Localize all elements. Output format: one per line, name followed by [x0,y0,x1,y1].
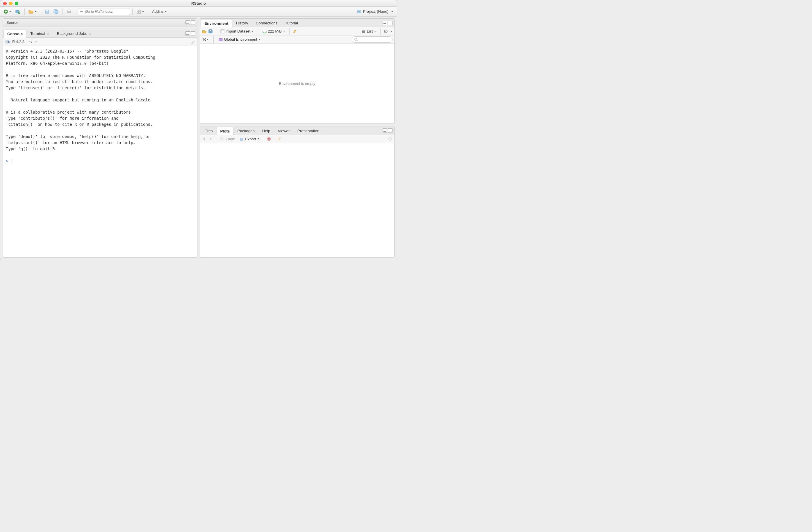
main-toolbar: Addins R Project: (None) [0,7,397,17]
svg-point-23 [221,137,223,139]
plots-maximize-button[interactable] [388,129,392,133]
tab-help[interactable]: Help [259,127,274,135]
console-minimize-button[interactable] [186,31,190,35]
popup-icon[interactable] [34,40,38,44]
r-version: R 4.2.3 [12,40,25,44]
env-maximize-button[interactable] [388,21,392,25]
close-icon[interactable]: × [89,32,91,36]
r-icon: R [5,40,11,44]
load-workspace-icon[interactable] [202,29,206,34]
tab-terminal[interactable]: Terminal× [27,29,53,38]
svg-rect-4 [46,10,48,11]
tab-plots[interactable]: Plots [217,127,234,135]
env-search[interactable] [352,36,392,43]
import-dataset-button[interactable]: Import Dataset [219,28,255,35]
tab-console[interactable]: Console [3,30,27,38]
tab-packages[interactable]: Packages [234,127,259,135]
env-minimize-button[interactable] [382,21,387,25]
open-file-button[interactable] [27,8,38,15]
source-title: Source [5,20,20,25]
import-dataset-label: Import Dataset [226,29,250,33]
source-maximize-button[interactable] [191,20,195,25]
svg-point-22 [355,38,357,40]
tab-background-jobs[interactable]: Background Jobs× [53,29,95,38]
plots-minimize-button[interactable] [382,129,387,133]
tab-viewer[interactable]: Viewer [274,127,294,135]
goto-file-function[interactable] [78,8,130,15]
console-prompt: > [6,159,8,163]
svg-rect-18 [209,30,211,31]
save-workspace-icon[interactable] [208,29,213,34]
close-icon[interactable]: × [47,32,49,36]
new-file-button[interactable] [2,8,13,15]
zoom-button[interactable]: Zoom [219,135,237,142]
tab-files[interactable]: Files [201,127,217,135]
console-output[interactable]: R version 4.2.3 (2023-03-15) -- "Shortst… [3,46,197,257]
console-maximize-button[interactable] [191,31,195,35]
titlebar: RStudio [0,0,397,7]
search-icon [354,38,358,41]
language-picker[interactable]: R [202,36,210,43]
list-view-button[interactable]: List [360,28,377,35]
memory-label: 222 MiB [268,29,282,33]
window-title: RStudio [0,1,397,5]
svg-rect-6 [55,11,58,14]
tab-presentation[interactable]: Presentation [294,127,323,135]
cursor [12,159,12,164]
svg-point-20 [263,30,266,33]
refresh-icon[interactable] [383,29,388,34]
scope-label: Global Environment [224,37,257,42]
clear-plots-icon[interactable] [277,136,282,141]
memory-usage[interactable]: 222 MiB [261,28,286,35]
svg-rect-12 [139,12,141,13]
working-dir: ~/ [29,40,32,44]
save-all-button[interactable] [52,8,60,15]
plot-next-icon[interactable] [208,137,213,141]
clear-console-icon[interactable] [191,40,195,44]
addins-menu[interactable]: Addins [150,8,168,15]
svg-rect-19 [221,30,224,33]
zoom-label: Zoom [226,137,235,141]
svg-rect-11 [137,12,139,13]
rstudio-window: RStudio [0,0,397,260]
grid-view-button[interactable] [135,8,146,15]
remove-plot-icon[interactable] [267,137,271,141]
plots-body [200,143,394,257]
svg-rect-21 [219,38,222,41]
tab-connections[interactable]: Connections [252,19,281,27]
svg-rect-9 [137,10,139,11]
goto-input[interactable] [85,10,128,14]
broom-icon[interactable] [292,29,297,34]
scope-picker[interactable]: Global Environment [217,36,262,43]
zoom-window-button[interactable] [15,2,18,5]
svg-text:R: R [358,11,360,13]
environment-pane: Environment History Connections Tutorial [200,18,394,124]
new-project-button[interactable] [14,8,22,15]
save-button[interactable] [43,8,51,15]
export-label: Export [245,137,256,141]
tab-environment[interactable]: Environment [201,19,232,27]
env-empty-text: Environment is empty [279,82,316,86]
tab-history[interactable]: History [232,19,252,27]
print-button[interactable] [65,8,73,15]
svg-text:R: R [8,40,11,44]
workspace: Source Console Terminal× Background Jobs… [0,17,397,260]
addins-label: Addins [152,9,164,14]
project-label: Project: (None) [363,9,388,14]
refresh-plots-icon[interactable] [388,136,392,141]
source-pane: Source [3,18,198,27]
minimize-window-button[interactable] [9,2,13,5]
source-minimize-button[interactable] [186,20,190,25]
tab-tutorial[interactable]: Tutorial [281,19,302,27]
plots-pane: Files Plots Packages Help Viewer Present… [200,126,394,258]
list-label: List [367,29,373,33]
project-menu[interactable]: R Project: (None) [355,8,395,15]
close-window-button[interactable] [3,2,7,5]
project-icon: R [357,9,361,14]
console-pane: Console Terminal× Background Jobs× R R 4… [3,29,198,258]
env-body: Environment is empty [200,44,394,123]
export-button[interactable]: Export [238,135,261,142]
svg-rect-8 [68,10,70,11]
svg-rect-10 [139,10,141,11]
plot-prev-icon[interactable] [202,137,206,141]
